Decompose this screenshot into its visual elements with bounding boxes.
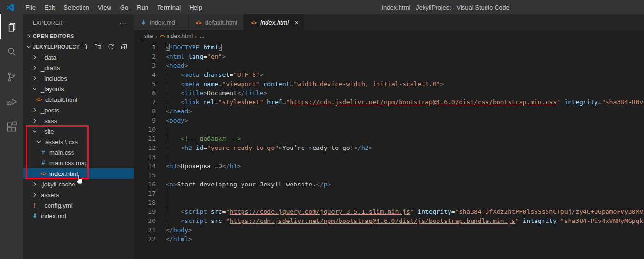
html-file-icon: <>: [35, 97, 43, 102]
tree-item--posts[interactable]: _posts: [23, 105, 134, 115]
code-line-7[interactable]: 7 <link rel="stylesheet" href="https://c…: [134, 98, 644, 107]
chevron-right-icon: [31, 106, 38, 114]
tree-item-main.css.map[interactable]: #main.css.map: [23, 158, 134, 168]
line-number: 22: [134, 234, 156, 244]
code-line-text: </html>: [156, 234, 192, 244]
tree-item--data[interactable]: _data: [23, 52, 134, 62]
code-editor[interactable]: 1<!DOCTYPE html>2<html lang="en">3<head>…: [134, 42, 644, 259]
activity-bar: [0, 14, 23, 259]
code-line-text: [156, 189, 166, 198]
breadcrumb: _site›<>index.html›...: [134, 30, 644, 42]
tree-item-assets[interactable]: assets: [23, 189, 134, 200]
new-file-icon[interactable]: [81, 43, 89, 50]
code-line-text: [156, 171, 166, 180]
code-line-4[interactable]: 4 <meta charset="UTF-8">: [134, 70, 644, 79]
section-project[interactable]: JEKYLLPROJECT: [23, 41, 134, 52]
tab-index.html[interactable]: <>index.html×: [244, 14, 305, 30]
line-number: 9: [134, 116, 156, 125]
menu-help[interactable]: Help: [185, 1, 207, 14]
code-line-text: <meta charset="UTF-8">: [156, 70, 264, 79]
tree-item--sass[interactable]: _sass: [23, 115, 134, 126]
tab-label: index.html: [260, 19, 289, 26]
tree-item-main.css[interactable]: #main.css: [23, 147, 134, 158]
tree-item--drafts[interactable]: _drafts: [23, 62, 134, 73]
line-number: 20: [134, 216, 156, 225]
breadcrumb-item[interactable]: _site: [141, 33, 153, 39]
menu-file[interactable]: File: [21, 1, 40, 14]
line-number: 6: [134, 88, 156, 98]
menu-selection[interactable]: Selection: [59, 1, 93, 14]
menu-go[interactable]: Go: [116, 1, 133, 14]
tree-item--includes[interactable]: _includes: [23, 73, 134, 84]
open-editors-label: OPEN EDITORS: [33, 33, 74, 39]
close-tab-icon[interactable]: ×: [294, 18, 299, 26]
code-line-14[interactable]: 14<h1>Проверка =O</h1>: [134, 161, 644, 171]
title-bar: FileEditSelectionViewGoRunTerminalHelp i…: [0, 0, 644, 14]
line-number: 19: [134, 207, 156, 216]
tree-item-label: main.css: [49, 149, 74, 156]
tree-item-.jekyll-cache[interactable]: .jekyll-cache: [23, 179, 134, 189]
refresh-icon[interactable]: [107, 43, 115, 50]
code-line-16[interactable]: 16<p>Start developing your Jekyll websit…: [134, 180, 644, 189]
line-number: 11: [134, 134, 156, 143]
tab-index.md[interactable]: index.md: [134, 14, 189, 30]
code-line-9[interactable]: 9<body>: [134, 116, 644, 125]
code-line-5[interactable]: 5 <meta name="viewport" content="width=d…: [134, 79, 644, 88]
tree-item-label: _config.yml: [41, 202, 73, 209]
code-line-21[interactable]: 21</body>: [134, 225, 644, 234]
tree-item--layouts[interactable]: _layouts: [23, 84, 134, 94]
project-label: JEKYLLPROJECT: [33, 44, 80, 49]
breadcrumb-separator-icon: ›: [193, 33, 199, 40]
menu-view[interactable]: View: [94, 1, 116, 14]
yml-file-icon: !: [31, 202, 38, 209]
collapse-folders-icon[interactable]: [120, 43, 128, 50]
menu-terminal[interactable]: Terminal: [153, 1, 185, 14]
code-line-18[interactable]: 18: [134, 198, 644, 207]
menu-run[interactable]: Run: [133, 1, 153, 14]
run-and-debug-icon[interactable]: [0, 89, 23, 114]
code-line-20[interactable]: 20 <script src="https://cdn.jsdelivr.net…: [134, 216, 644, 225]
code-line-3[interactable]: 3<head>: [134, 61, 644, 70]
new-folder-icon[interactable]: [94, 43, 102, 50]
code-line-6[interactable]: 6 <title>Document</title>: [134, 88, 644, 98]
breadcrumb-item[interactable]: ...: [199, 33, 204, 39]
code-line-17[interactable]: 17: [134, 189, 644, 198]
code-line-2[interactable]: 2<html lang="en">: [134, 52, 644, 61]
breadcrumb-label: ...: [199, 33, 204, 39]
tree-item--config.yml[interactable]: !_config.yml: [23, 200, 134, 210]
tree-item-default.html[interactable]: <>default.html: [23, 94, 134, 105]
explorer-more-actions-icon[interactable]: ···: [119, 19, 128, 27]
line-number: 5: [134, 79, 156, 88]
line-number: 2: [134, 52, 156, 61]
tree-item-index.md[interactable]: index.md: [23, 210, 134, 221]
code-line-10[interactable]: 10: [134, 125, 644, 134]
tree-item--site[interactable]: _site: [23, 126, 134, 136]
extensions-icon[interactable]: [0, 114, 23, 139]
menu-edit[interactable]: Edit: [40, 1, 59, 14]
source-control-icon[interactable]: [0, 64, 23, 89]
search-icon[interactable]: [0, 39, 23, 64]
tree-item-index.html[interactable]: <>index.html: [23, 168, 134, 179]
code-line-11[interactable]: 11 <!-- добавил -->: [134, 134, 644, 143]
explorer-icon[interactable]: [0, 14, 23, 39]
section-open-editors[interactable]: OPEN EDITORS: [23, 31, 134, 41]
code-line-13[interactable]: 13: [134, 152, 644, 161]
code-line-8[interactable]: 8</head>: [134, 107, 644, 116]
code-line-text: <body>: [156, 116, 188, 125]
tab-label: default.html: [205, 19, 237, 26]
tree-item-label: assets: [41, 191, 59, 198]
tab-default.html[interactable]: <>default.html: [189, 14, 244, 30]
chevron-right-icon: [31, 53, 38, 61]
chevron-right-icon: [31, 64, 38, 72]
code-line-22[interactable]: 22</html>: [134, 234, 644, 244]
window-title: index.html - JekyllProject - Visual Stud…: [382, 4, 510, 11]
tree-item-assets-css[interactable]: assets \ css: [23, 136, 134, 147]
code-line-19[interactable]: 19 <script src="https://code.jquery.com/…: [134, 207, 644, 216]
code-line-12[interactable]: 12 <h2 id="youre-ready-to-go">You’re rea…: [134, 143, 644, 152]
project-actions: [81, 43, 134, 50]
code-line-15[interactable]: 15: [134, 171, 644, 180]
code-line-1[interactable]: 1<!DOCTYPE html>: [134, 43, 644, 52]
breadcrumb-item[interactable]: <>index.html: [160, 33, 193, 39]
code-line-text: <meta name="viewport" content="width=dev…: [156, 79, 444, 88]
code-line-text: <script src="https://cdn.jsdelivr.net/np…: [156, 216, 644, 225]
